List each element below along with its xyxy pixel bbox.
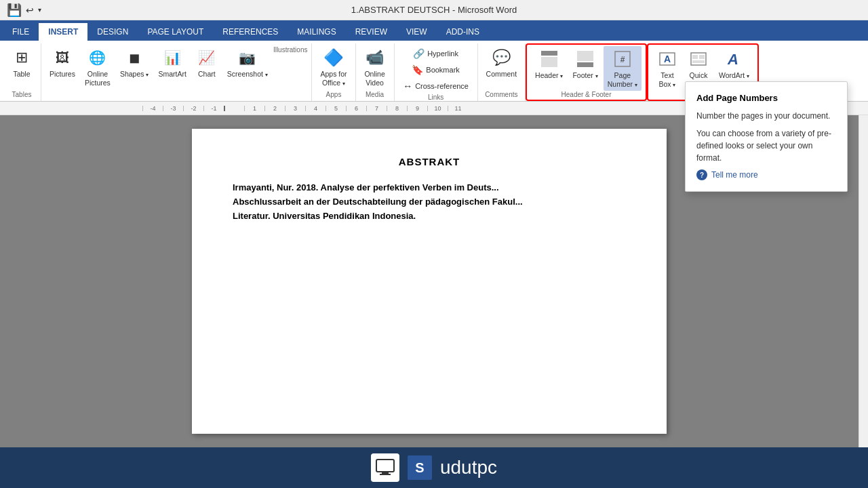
online-video-button[interactable]: 📹 OnlineVideo xyxy=(360,45,390,89)
table-button[interactable]: ⊞ Table xyxy=(7,45,37,89)
online-pictures-button[interactable]: 🌐 OnlinePictures xyxy=(81,45,115,89)
tab-insert[interactable]: INSERT xyxy=(39,23,87,41)
comment-icon: 💬 xyxy=(490,47,512,68)
tab-design[interactable]: DESIGN xyxy=(87,23,138,41)
table-label: Table xyxy=(13,70,30,79)
group-links: 🔗 Hyperlink 🔖 Bookmark ↔ Cross-reference… xyxy=(395,43,478,101)
text-box-button[interactable]: A TextBox ▾ xyxy=(652,46,682,91)
apps-for-office-icon: 🔷 xyxy=(323,47,344,68)
brand-logo: S xyxy=(408,455,432,480)
ruler-mark: -2 xyxy=(183,106,203,111)
online-video-icon: 📹 xyxy=(364,47,386,68)
svg-text:A: A xyxy=(664,54,671,64)
ruler-mark: 2 xyxy=(264,106,285,111)
footer-label: Footer ▾ xyxy=(572,71,597,80)
apps-for-office-button[interactable]: 🔷 Apps forOffice ▾ xyxy=(316,45,351,89)
tab-page-layout[interactable]: PAGE LAYOUT xyxy=(138,23,213,41)
footer-icon xyxy=(574,48,596,70)
citation-text-3: Literatur. Universitas Pendidikan Indone… xyxy=(233,211,416,221)
text-box-icon: A xyxy=(656,48,678,70)
word-icon: 💾 xyxy=(7,3,22,18)
shapes-label: Shapes ▾ xyxy=(120,70,149,79)
pictures-label: Pictures xyxy=(50,70,75,79)
ruler-mark: 10 xyxy=(427,106,448,111)
media-group-label: Media xyxy=(366,91,384,100)
tell-me-more-link[interactable]: ? Tell me more xyxy=(696,169,836,180)
hyperlink-label: Hyperlink xyxy=(427,49,458,58)
page-number-tooltip: Add Page Numbers Number the pages in you… xyxy=(685,115,848,192)
bookmark-icon: 🔖 xyxy=(412,64,423,75)
help-icon: ? xyxy=(696,169,707,180)
ruler-mark: 6 xyxy=(346,106,366,111)
tell-me-more-label: Tell me more xyxy=(711,170,758,180)
redo-icon: ▾ xyxy=(38,6,41,14)
hyperlink-icon: 🔗 xyxy=(413,48,425,59)
screenshot-icon: 📷 xyxy=(237,47,258,68)
apps-for-office-label: Apps forOffice ▾ xyxy=(320,70,347,87)
window-title: 1.ABSTRAKT DEUTSCH - Microsoft Word xyxy=(351,5,517,15)
svg-rect-9 xyxy=(692,55,698,59)
hyperlink-button[interactable]: 🔗 Hyperlink xyxy=(399,46,473,61)
chart-label: Chart xyxy=(198,70,216,79)
ruler-mark: -4 xyxy=(142,106,163,111)
tab-mailings[interactable]: MAILINGS xyxy=(288,23,345,41)
group-comments: 💬 Comment Comments xyxy=(478,43,526,101)
wordart-icon: A xyxy=(724,48,745,70)
online-video-label: OnlineVideo xyxy=(364,70,384,87)
screenshot-button[interactable]: 📷 Screenshot ▾ xyxy=(223,45,272,89)
group-header-footer: Header ▾ Footer ▾ # PageNumber ▾ Header … xyxy=(526,43,647,101)
quick-access-toolbar: 💾 ↩ ▾ xyxy=(7,3,41,18)
ruler-mark: 7 xyxy=(366,106,387,111)
group-media: 📹 OnlineVideo Media xyxy=(356,43,395,101)
bookmark-button[interactable]: 🔖 Bookmark xyxy=(399,62,473,77)
footer-button[interactable]: Footer ▾ xyxy=(568,46,601,91)
undo-icon[interactable]: ↩ xyxy=(26,5,34,16)
ruler-marks: -4 -3 -2 -1 1 2 3 4 5 6 7 8 9 10 11 xyxy=(142,106,468,111)
group-apps: 🔷 Apps forOffice ▾ Apps xyxy=(312,43,355,101)
illustrations-group-label: Illustrations xyxy=(273,46,308,55)
vertical-scrollbar[interactable] xyxy=(859,115,868,447)
header-label: Header ▾ xyxy=(535,71,563,80)
page-number-label: PageNumber ▾ xyxy=(608,71,637,88)
ruler-mark: 9 xyxy=(407,106,427,111)
header-button[interactable]: Header ▾ xyxy=(531,46,567,91)
comment-label: Comment xyxy=(486,70,517,79)
header-icon xyxy=(538,48,560,70)
screenshot-label: Screenshot ▾ xyxy=(227,70,268,79)
chart-button[interactable]: 📈 Chart xyxy=(192,45,222,89)
tab-addins[interactable]: ADD-INS xyxy=(437,23,489,41)
tab-review[interactable]: REVIEW xyxy=(346,23,397,41)
tab-view[interactable]: VIEW xyxy=(397,23,437,41)
ruler-mark: 3 xyxy=(285,106,305,111)
tab-references[interactable]: REFERENCES xyxy=(213,23,288,41)
ruler-mark: 11 xyxy=(448,106,468,111)
smartart-button[interactable]: 📊 SmartArt xyxy=(154,45,190,89)
tooltip-body1: Number the pages in your document. xyxy=(696,115,836,122)
svg-text:#: # xyxy=(620,55,625,64)
ruler-mark: 4 xyxy=(305,106,326,111)
ruler-mark: -3 xyxy=(163,106,183,111)
smartart-icon: 📊 xyxy=(161,47,183,68)
shapes-button[interactable]: ◼ Shapes ▾ xyxy=(116,45,153,89)
page-number-button[interactable]: # PageNumber ▾ xyxy=(604,46,642,91)
cross-reference-label: Cross-reference xyxy=(415,82,469,90)
group-illustrations: 🖼 Pictures 🌐 OnlinePictures ◼ Shapes ▾ 📊… xyxy=(41,43,312,101)
ruler-mark: 8 xyxy=(387,106,407,111)
pictures-button[interactable]: 🖼 Pictures xyxy=(45,45,79,89)
svg-text:A: A xyxy=(727,51,738,68)
document-area: ABSTRAKT Irmayanti, Nur. 2018. Analyse d… xyxy=(0,115,868,447)
tab-file[interactable]: FILE xyxy=(3,23,39,41)
svg-rect-2 xyxy=(577,51,593,61)
quick-parts-icon xyxy=(688,48,709,70)
monitor-icon xyxy=(371,453,399,482)
document-body: Irmayanti, Nur. 2018. Analyse der perfek… xyxy=(233,181,626,223)
text-box-label: TextBox ▾ xyxy=(658,71,675,88)
cross-reference-button[interactable]: ↔ Cross-reference xyxy=(399,79,473,94)
table-icon: ⊞ xyxy=(11,47,33,68)
svg-rect-0 xyxy=(541,51,557,56)
comment-button[interactable]: 💬 Comment xyxy=(482,45,521,89)
shapes-icon: ◼ xyxy=(123,47,145,68)
title-bar: 💾 ↩ ▾ 1.ABSTRAKT DEUTSCH - Microsoft Wor… xyxy=(0,0,868,20)
svg-rect-11 xyxy=(692,60,705,63)
ruler-mark xyxy=(224,106,244,111)
